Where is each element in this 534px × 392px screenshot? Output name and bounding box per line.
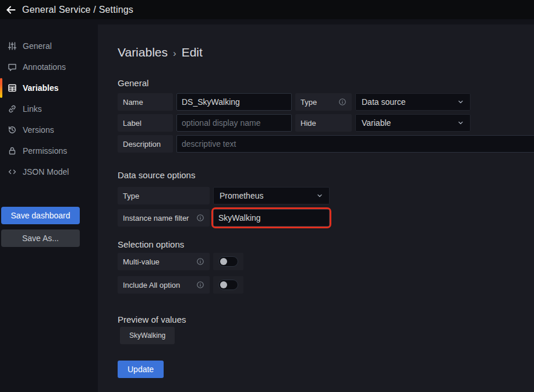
sidebar-item-label: Versions: [23, 125, 54, 135]
arrow-left-icon: [5, 4, 17, 16]
multi-value-label: Multi-value: [118, 253, 210, 270]
comment-icon: [8, 62, 17, 72]
sidebar-item-label: Links: [23, 104, 42, 114]
label-hide-row: Label Hide Variable: [118, 114, 534, 132]
table-icon: [8, 83, 17, 93]
instance-filter-field: [213, 209, 330, 227]
grafana-settings-screen: General Service / Settings General Annot…: [0, 0, 534, 392]
hide-select[interactable]: Variable: [355, 114, 471, 132]
sidebar-item-label: JSON Model: [23, 167, 69, 176]
select-value: Prometheus: [220, 191, 263, 200]
page-title: General Service / Settings: [22, 5, 133, 15]
sidebar-item-links[interactable]: Links: [0, 98, 98, 119]
sidebar-item-variables[interactable]: Variables: [0, 77, 98, 98]
sidebar-item-general[interactable]: General: [0, 36, 98, 56]
breadcrumb-section[interactable]: Variables: [118, 45, 168, 59]
select-value: Data source: [362, 97, 405, 107]
settings-sidebar: General Annotations Variables Links: [0, 19, 98, 392]
field-label-text: Type: [123, 192, 139, 200]
chevron-down-icon: [457, 98, 464, 105]
include-all-row: Include All option: [118, 276, 534, 294]
field-label-text: Label: [123, 119, 142, 128]
chevron-down-icon: [457, 119, 464, 126]
datasource-type-select[interactable]: Prometheus: [213, 187, 330, 204]
name-field-label: Name: [118, 93, 173, 111]
name-input[interactable]: [176, 93, 292, 111]
field-label-text: Multi-value: [123, 257, 160, 266]
instance-filter-label: Instance name filter: [118, 209, 210, 227]
chevron-down-icon: [316, 192, 323, 199]
type-select[interactable]: Data source: [355, 93, 471, 111]
instance-filter-input[interactable]: [213, 209, 330, 227]
field-label-text: Instance name filter: [123, 214, 189, 223]
top-header: General Service / Settings: [0, 0, 534, 19]
info-icon[interactable]: [196, 257, 204, 266]
toggle-knob: [220, 258, 227, 265]
sidebar-item-label: Annotations: [23, 62, 66, 72]
field-label-text: Include All option: [123, 281, 180, 289]
label-input[interactable]: [176, 114, 292, 132]
info-icon[interactable]: [196, 214, 204, 222]
info-icon[interactable]: [338, 98, 346, 106]
preview-heading: Preview of values: [118, 315, 534, 324]
sidebar-item-annotations[interactable]: Annotations: [0, 56, 98, 77]
sidebar-item-label: General: [23, 41, 52, 51]
save-as-button[interactable]: Save As...: [1, 229, 80, 247]
description-field-label: Description: [118, 135, 173, 153]
datasource-options-heading: Data source options: [118, 170, 534, 180]
toggle-knob: [220, 281, 227, 288]
field-label-text: Hide: [300, 119, 316, 128]
sidebar-actions: Save dashboard Save As...: [1, 207, 80, 247]
name-type-row: Name Type Data source: [118, 93, 534, 111]
datasource-type-label: Type: [118, 187, 210, 204]
multi-value-toggle[interactable]: [213, 253, 243, 270]
sidebar-item-json-model[interactable]: JSON Model: [0, 161, 98, 182]
sidebar-item-permissions[interactable]: Permissions: [0, 140, 98, 161]
back-button[interactable]: [0, 0, 22, 19]
description-row: Description: [118, 135, 534, 153]
label-field-label: Label: [118, 114, 173, 132]
breadcrumb: Variables › Edit: [118, 45, 534, 59]
sidebar-item-label: Variables: [23, 83, 59, 93]
sliders-icon: [8, 41, 17, 51]
select-value: Variable: [362, 118, 391, 128]
description-input[interactable]: [176, 135, 534, 153]
hide-field-label: Hide: [295, 114, 352, 132]
sidebar-item-versions[interactable]: Versions: [0, 119, 98, 140]
toggle-track: [218, 280, 238, 290]
general-section-heading: General: [118, 78, 534, 88]
breadcrumb-separator-icon: ›: [173, 48, 176, 59]
active-indicator-bar: [0, 78, 2, 98]
instance-filter-row: Instance name filter: [118, 209, 534, 227]
variables-edit-panel: Variables › Edit General Name Type Data …: [98, 24, 534, 392]
include-all-toggle[interactable]: [213, 276, 243, 294]
type-field-label: Type: [295, 93, 352, 111]
info-icon[interactable]: [196, 281, 204, 289]
breadcrumb-page: Edit: [182, 45, 203, 59]
toggle-track: [218, 256, 238, 267]
datasource-type-row: Type Prometheus: [118, 187, 534, 204]
multi-value-row: Multi-value: [118, 253, 534, 270]
field-label-text: Type: [300, 98, 317, 107]
history-icon: [8, 125, 17, 135]
link-icon: [8, 104, 17, 114]
code-icon: [8, 167, 17, 176]
update-button[interactable]: Update: [118, 361, 164, 378]
preview-value-chip: SkyWalking: [120, 327, 175, 344]
field-label-text: Description: [123, 140, 161, 149]
include-all-label: Include All option: [118, 276, 210, 294]
field-label-text: Name: [123, 98, 143, 107]
selection-options-heading: Selection options: [118, 239, 534, 249]
save-dashboard-button[interactable]: Save dashboard: [1, 207, 80, 224]
lock-icon: [8, 146, 17, 156]
sidebar-item-label: Permissions: [23, 146, 67, 156]
